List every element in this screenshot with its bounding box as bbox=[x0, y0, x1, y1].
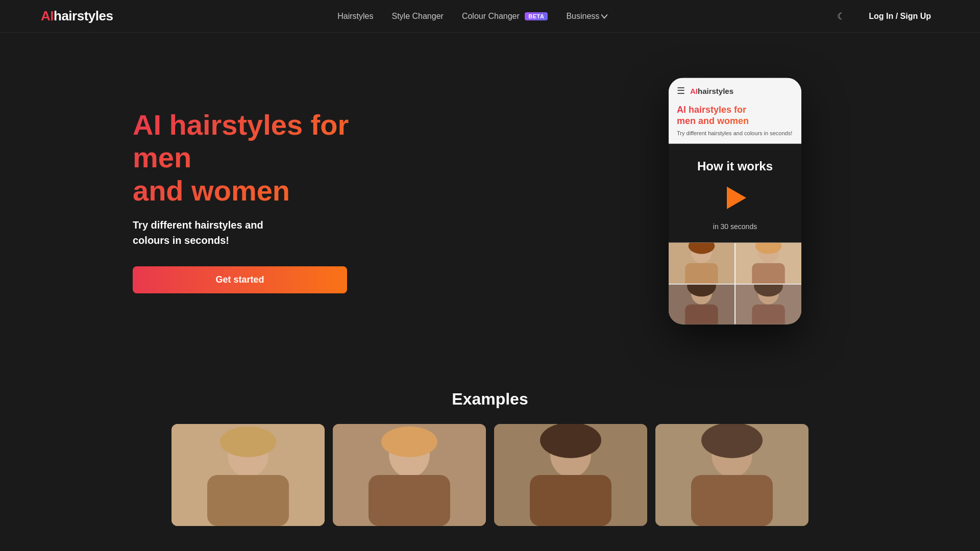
svg-rect-10 bbox=[685, 304, 718, 324]
phone-image-4 bbox=[736, 284, 801, 324]
chevron-down-icon bbox=[601, 13, 607, 19]
nav-links: Hairstyles Style Changer Colour Changer … bbox=[337, 12, 607, 21]
examples-title: Examples bbox=[41, 390, 939, 409]
svg-rect-2 bbox=[685, 263, 718, 283]
hero-subtitle: Try different hairstyles andcolours in s… bbox=[133, 217, 388, 248]
nav-hairstyles[interactable]: Hairstyles bbox=[337, 12, 373, 20]
hero-title-line2: and women bbox=[133, 174, 290, 207]
svg-point-23 bbox=[381, 427, 437, 457]
svg-rect-6 bbox=[752, 263, 785, 283]
svg-rect-14 bbox=[752, 304, 785, 324]
examples-section: Examples bbox=[0, 369, 980, 551]
phone-hero-subtitle: Try different hairstyles and colours in … bbox=[677, 130, 793, 137]
logo-text: hairstyles bbox=[54, 8, 113, 24]
example-card-3 bbox=[494, 424, 647, 526]
get-started-button[interactable]: Get started bbox=[133, 266, 347, 293]
play-icon bbox=[727, 186, 746, 209]
phone-menu-icon: ☰ bbox=[677, 85, 685, 96]
phone-logo-ai: AI bbox=[690, 86, 698, 95]
login-button[interactable]: Log In / Sign Up bbox=[861, 8, 939, 25]
svg-point-19 bbox=[220, 427, 276, 457]
svg-rect-22 bbox=[369, 475, 450, 526]
example-card-2 bbox=[333, 424, 486, 526]
hero-title: AI hairstyles for men and women bbox=[133, 109, 388, 207]
phone-logo-text: hairstyles bbox=[698, 86, 733, 95]
nav-style-changer[interactable]: Style Changer bbox=[392, 12, 444, 20]
example-card-1 bbox=[172, 424, 325, 526]
hero-section: AI hairstyles for men and women Try diff… bbox=[0, 33, 980, 369]
beta-badge: BETA bbox=[525, 12, 548, 20]
phone-header: ☰ AIhairstyles bbox=[669, 78, 801, 101]
examples-grid bbox=[41, 424, 939, 526]
hero-title-line1: AI hairstyles for men bbox=[133, 109, 349, 173]
phone-image-2 bbox=[736, 242, 801, 283]
phone-image-1 bbox=[669, 242, 734, 283]
nav-actions: ☾ Log In / Sign Up bbox=[832, 7, 939, 26]
svg-rect-26 bbox=[530, 475, 611, 526]
phone-logo: AIhairstyles bbox=[690, 86, 733, 95]
phone-image-3 bbox=[669, 284, 734, 324]
phone-mockup: ☰ AIhairstyles AI hairstyles for men and… bbox=[669, 78, 801, 324]
svg-rect-18 bbox=[207, 475, 289, 526]
phone-frame: ☰ AIhairstyles AI hairstyles for men and… bbox=[669, 78, 801, 324]
svg-point-27 bbox=[540, 424, 601, 458]
phone-hero-title: AI hairstyles for men and women bbox=[677, 105, 793, 127]
logo[interactable]: AIhairstyles bbox=[41, 8, 113, 24]
dark-mode-toggle[interactable]: ☾ bbox=[832, 7, 850, 26]
example-card-4 bbox=[655, 424, 808, 526]
video-subtitle: in 30 seconds bbox=[713, 222, 757, 230]
phone-images-grid bbox=[669, 242, 801, 324]
hero-text: AI hairstyles for men and women Try diff… bbox=[133, 109, 388, 293]
svg-point-31 bbox=[701, 424, 763, 458]
svg-rect-30 bbox=[691, 475, 773, 526]
phone-hero-text: AI hairstyles for men and women Try diff… bbox=[669, 101, 801, 144]
video-overlay: How it works in 30 seconds bbox=[669, 143, 801, 242]
logo-ai: AI bbox=[41, 8, 54, 24]
nav-colour-changer[interactable]: Colour Changer BETA bbox=[462, 12, 548, 20]
moon-icon: ☾ bbox=[837, 11, 845, 22]
play-button[interactable] bbox=[720, 182, 750, 213]
video-title: How it works bbox=[697, 159, 773, 173]
nav-business[interactable]: Business bbox=[566, 12, 607, 21]
navbar: AIhairstyles Hairstyles Style Changer Co… bbox=[0, 0, 980, 33]
